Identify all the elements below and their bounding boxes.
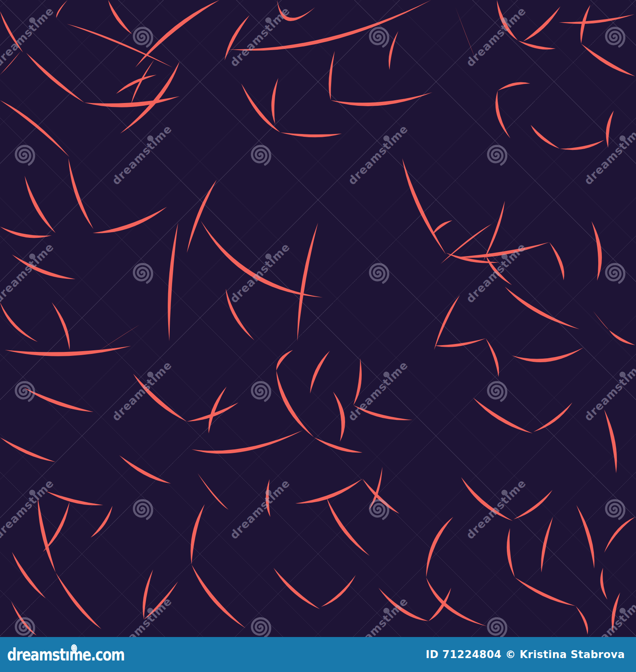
branch-shape — [321, 575, 356, 607]
dreamstime-logo-text: dreamstıme.com — [7, 645, 124, 664]
branch-shape — [295, 479, 363, 503]
branch-shape — [604, 410, 617, 473]
branch-shape — [523, 6, 560, 41]
branch-shape — [612, 592, 620, 632]
branch-shape — [108, 0, 132, 34]
branch-shape — [402, 158, 446, 254]
branch-shape — [331, 92, 432, 106]
branch-shape — [52, 302, 70, 350]
branch-shape — [559, 14, 634, 24]
branch-shape — [461, 477, 513, 521]
branch-shape — [271, 78, 278, 124]
branch-shape — [327, 498, 370, 556]
branch-shape — [486, 338, 499, 377]
branch-shape — [120, 61, 180, 134]
branch-shape — [12, 552, 46, 598]
branch-shape — [0, 100, 70, 157]
branch-shape — [11, 601, 37, 635]
branch-pattern — [0, 0, 636, 637]
branch-shape — [56, 573, 101, 629]
dreamstime-logo: dreamstıme.com — [7, 646, 124, 663]
branch-shape — [276, 350, 293, 371]
branch-shape — [133, 374, 187, 421]
branch-shape — [435, 338, 486, 347]
branch-shape — [560, 140, 604, 150]
branch-shape — [266, 479, 270, 517]
branch-shape — [515, 577, 576, 606]
branch-shape — [495, 91, 510, 138]
branch-shape — [353, 358, 362, 405]
branch-shape — [144, 581, 178, 620]
branch-shape — [429, 588, 451, 621]
branch-shape — [606, 111, 614, 148]
branch-shape — [119, 455, 171, 484]
branch-shape — [486, 256, 512, 285]
branch-shape — [12, 254, 76, 279]
branch-shape — [0, 437, 56, 462]
branch-shape — [0, 302, 38, 342]
branch-shape — [604, 517, 635, 553]
branch-shape — [434, 295, 460, 350]
branch-shape — [93, 207, 167, 233]
branch-shape — [531, 125, 560, 149]
footer-bar: dreamstıme.com ID 71224804 © Kristina St… — [0, 637, 636, 672]
branch-shape — [432, 220, 452, 235]
branch-shape — [26, 53, 84, 103]
branch-shape — [38, 498, 56, 573]
branch-shape — [541, 517, 553, 573]
branch-shape — [591, 221, 602, 281]
branch-shape — [454, 242, 549, 258]
branch-shape — [593, 311, 609, 330]
branch-shape — [280, 132, 342, 137]
branch-shape — [297, 223, 318, 341]
branch-shape — [514, 490, 553, 519]
branch-shape — [227, 0, 431, 50]
branch-shape — [277, 0, 315, 21]
branch-shape — [91, 506, 112, 538]
branch-shape — [389, 31, 398, 70]
branch-shape — [314, 437, 363, 453]
branch-shape — [549, 242, 564, 280]
branch-shape — [168, 223, 178, 341]
branch-shape — [273, 568, 320, 609]
branch-shape — [473, 398, 533, 433]
branch-shape — [497, 0, 518, 41]
logo-i-dot-spiral-icon — [70, 643, 78, 653]
branch-shape — [533, 402, 572, 432]
branch-shape — [225, 15, 250, 60]
branch-shape — [426, 517, 453, 577]
branch-shape — [576, 505, 594, 569]
branch-shape — [190, 504, 205, 565]
branch-shape — [576, 606, 588, 635]
branch-shape — [24, 388, 93, 412]
branch-shape — [580, 5, 590, 44]
branch-shape — [56, 0, 68, 18]
branch-shape — [0, 51, 21, 75]
branch-shape — [0, 227, 52, 238]
image-credit: ID 71224804 © Kristina Stabrova — [426, 649, 625, 660]
branch-shape — [518, 41, 556, 50]
stock-image-preview: dreamstımedreamstımedreamstımedreamstıme… — [0, 0, 636, 672]
branch-shape — [135, 0, 219, 68]
branch-shape — [498, 82, 530, 91]
branch-shape — [0, 11, 23, 52]
branch-shape — [455, 6, 475, 59]
branch-shape — [353, 405, 413, 420]
branch-shape — [378, 588, 429, 621]
branch-shape — [600, 568, 607, 600]
branch-shape — [310, 351, 330, 394]
pattern-background: dreamstımedreamstımedreamstımedreamstıme… — [0, 0, 636, 637]
branch-shape — [507, 528, 515, 577]
branch-shape — [512, 348, 584, 362]
branch-shape — [198, 473, 229, 510]
branch-shape — [226, 289, 254, 340]
branch-shape — [5, 346, 131, 356]
branch-shape — [609, 330, 635, 345]
branch-shape — [192, 565, 246, 628]
branch-shape — [68, 158, 93, 229]
branch-shape — [276, 371, 314, 437]
branch-shape — [363, 479, 399, 514]
branch-shape — [505, 287, 580, 329]
branch-shape — [46, 491, 103, 505]
branch-shape — [187, 180, 217, 253]
